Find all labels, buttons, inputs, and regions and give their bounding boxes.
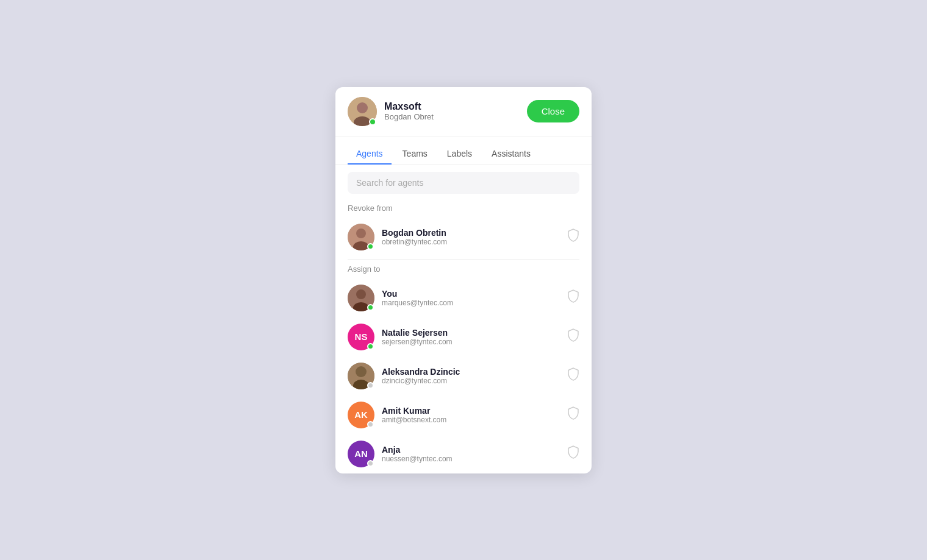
email-you: marques@tyntec.com <box>382 299 453 307</box>
name-aleksandra: Aleksandra Dzincic <box>382 367 460 377</box>
info-bogdan: Bogdan Obretin obretin@tyntec.com <box>382 228 447 246</box>
name-bogdan: Bogdan Obretin <box>382 228 447 238</box>
assign-agent-list: You marques@tyntec.com NS <box>335 278 592 473</box>
info-anja: Anja nuessen@tyntec.com <box>382 445 453 463</box>
shield-icon-you[interactable] <box>567 289 579 306</box>
status-aleksandra <box>367 382 374 389</box>
agent-left-bogdan: Bogdan Obretin obretin@tyntec.com <box>348 224 447 250</box>
tab-labels[interactable]: Labels <box>438 144 481 165</box>
modal-header: Maxsoft Bogdan Obret Close <box>335 87 592 136</box>
avatar-anja: AN <box>348 441 374 467</box>
avatar-bogdan <box>348 224 374 250</box>
header-info: Maxsoft Bogdan Obret <box>384 101 434 121</box>
agent-left-amit: AK Amit Kumar amit@botsnext.com <box>348 402 446 428</box>
avatar-natalie: NS <box>348 324 374 350</box>
initials-natalie: NS <box>355 331 368 342</box>
name-amit: Amit Kumar <box>382 406 446 416</box>
agent-left-natalie: NS Natalie Sejersen sejersen@tyntec.com <box>348 324 453 350</box>
status-amit <box>367 421 374 428</box>
agent-item-bogdan[interactable]: Bogdan Obretin obretin@tyntec.com <box>340 218 587 257</box>
search-placeholder: Search for agents <box>356 178 424 188</box>
email-bogdan: obretin@tyntec.com <box>382 238 447 246</box>
email-amit: amit@botsnext.com <box>382 416 446 424</box>
tabs-container: Agents Teams Labels Assistants <box>335 136 592 165</box>
status-anja <box>367 460 374 467</box>
revoke-agent-list: Bogdan Obretin obretin@tyntec.com <box>335 218 592 257</box>
search-bar[interactable]: Search for agents <box>348 172 579 194</box>
name-natalie: Natalie Sejersen <box>382 328 453 338</box>
close-button[interactable]: Close <box>527 100 579 122</box>
shield-icon-amit[interactable] <box>567 406 579 423</box>
agent-item-amit[interactable]: AK Amit Kumar amit@botsnext.com <box>340 395 587 434</box>
avatar-amit: AK <box>348 402 374 428</box>
avatar-aleksandra <box>348 363 374 389</box>
info-you: You marques@tyntec.com <box>382 289 453 307</box>
divider-1 <box>348 259 579 260</box>
svg-point-7 <box>356 289 366 299</box>
shield-icon-aleksandra[interactable] <box>567 367 579 384</box>
agent-item-natalie[interactable]: NS Natalie Sejersen sejersen@tyntec.com <box>340 317 587 356</box>
agent-item-anja[interactable]: AN Anja nuessen@tyntec.com <box>340 434 587 473</box>
email-anja: nuessen@tyntec.com <box>382 455 453 463</box>
assign-modal: Maxsoft Bogdan Obret Close Agents Teams … <box>335 87 592 473</box>
name-anja: Anja <box>382 445 453 455</box>
shield-icon-natalie[interactable] <box>567 328 579 345</box>
tab-agents[interactable]: Agents <box>348 144 392 165</box>
tab-teams[interactable]: Teams <box>394 144 436 165</box>
header-left: Maxsoft Bogdan Obret <box>348 97 434 126</box>
info-amit: Amit Kumar amit@botsnext.com <box>382 406 446 424</box>
agent-item-aleksandra[interactable]: Aleksandra Dzincic dzincic@tyntec.com <box>340 356 587 395</box>
tab-assistants[interactable]: Assistants <box>483 144 539 165</box>
agent-left-you: You marques@tyntec.com <box>348 285 453 311</box>
agent-left-aleksandra: Aleksandra Dzincic dzincic@tyntec.com <box>348 363 460 389</box>
avatar-you <box>348 285 374 311</box>
svg-point-4 <box>356 229 366 238</box>
agent-left-anja: AN Anja nuessen@tyntec.com <box>348 441 453 467</box>
name-you: You <box>382 289 453 299</box>
shield-icon-bogdan[interactable] <box>567 229 579 245</box>
status-natalie <box>367 343 374 350</box>
current-agent-name: Bogdan Obret <box>384 112 434 121</box>
info-aleksandra: Aleksandra Dzincic dzincic@tyntec.com <box>382 367 460 385</box>
initials-anja: AN <box>354 448 368 459</box>
header-online-dot <box>369 118 376 126</box>
agent-item-you[interactable]: You marques@tyntec.com <box>340 278 587 317</box>
revoke-section-label: Revoke from <box>335 201 592 218</box>
info-natalie: Natalie Sejersen sejersen@tyntec.com <box>382 328 453 346</box>
company-name: Maxsoft <box>384 101 434 112</box>
status-you <box>367 304 374 311</box>
header-avatar-wrapper <box>348 97 377 126</box>
email-aleksandra: dzincic@tyntec.com <box>382 377 460 385</box>
status-bogdan <box>367 243 374 250</box>
email-natalie: sejersen@tyntec.com <box>382 338 453 346</box>
svg-point-10 <box>356 366 367 377</box>
assign-section-label: Assign to <box>335 262 592 278</box>
shield-icon-anja[interactable] <box>567 445 579 462</box>
initials-amit: AK <box>354 409 368 420</box>
svg-point-1 <box>357 102 368 113</box>
